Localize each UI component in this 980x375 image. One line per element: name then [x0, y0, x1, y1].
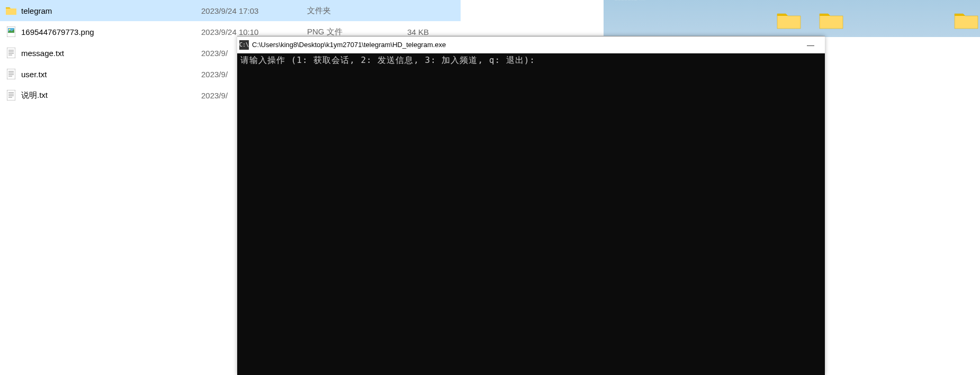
console-app-icon: C:\ — [239, 40, 249, 50]
file-row-telegram[interactable]: telegram 2023/9/24 17:03 文件夹 — [0, 0, 461, 21]
file-date: 2023/9/24 17:03 — [201, 6, 307, 15]
console-titlebar[interactable]: C:\ C:\Users\king8\Desktop\k1ym27071\tel… — [237, 36, 825, 53]
text-file-icon — [5, 47, 17, 59]
svg-rect-13 — [7, 90, 15, 100]
console-prompt: 请输入操作 (1: 获取会话, 2: 发送信息, 3: 加入频道, q: 退出)… — [240, 55, 535, 65]
svg-rect-8 — [7, 69, 15, 79]
file-type: 文件夹 — [307, 6, 376, 16]
svg-rect-3 — [7, 48, 15, 58]
desktop-folder-icon[interactable] — [950, 11, 980, 32]
desktop-area: 20230824... — [604, 0, 980, 37]
file-name: 说明.txt — [21, 90, 201, 100]
file-type: PNG 文件 — [307, 27, 376, 37]
desktop-folder-icon[interactable] — [773, 11, 805, 32]
desktop-folder-icon[interactable] — [815, 11, 847, 32]
file-name: 1695447679773.png — [21, 28, 201, 36]
file-name: telegram — [21, 6, 201, 15]
console-title: C:\Users\king8\Desktop\k1ym27071\telegra… — [252, 41, 798, 49]
text-file-icon — [5, 68, 17, 80]
file-name: user.txt — [21, 70, 201, 79]
desktop-folder-icon[interactable]: 20230824... — [614, 0, 646, 16]
image-file-icon — [5, 26, 17, 38]
file-name: message.txt — [21, 49, 201, 58]
desktop-icon-label: 20230824... — [615, 0, 645, 1]
console-body[interactable]: 请输入操作 (1: 获取会话, 2: 发送信息, 3: 加入频道, q: 退出)… — [237, 53, 825, 375]
minimize-button[interactable]: — — [798, 37, 823, 53]
file-date: 2023/9/24 10:10 — [201, 28, 307, 36]
file-size: 34 KB — [376, 28, 429, 36]
text-file-icon — [5, 89, 17, 101]
folder-icon — [5, 5, 17, 16]
console-window: C:\ C:\Users\king8\Desktop\k1ym27071\tel… — [237, 36, 825, 375]
